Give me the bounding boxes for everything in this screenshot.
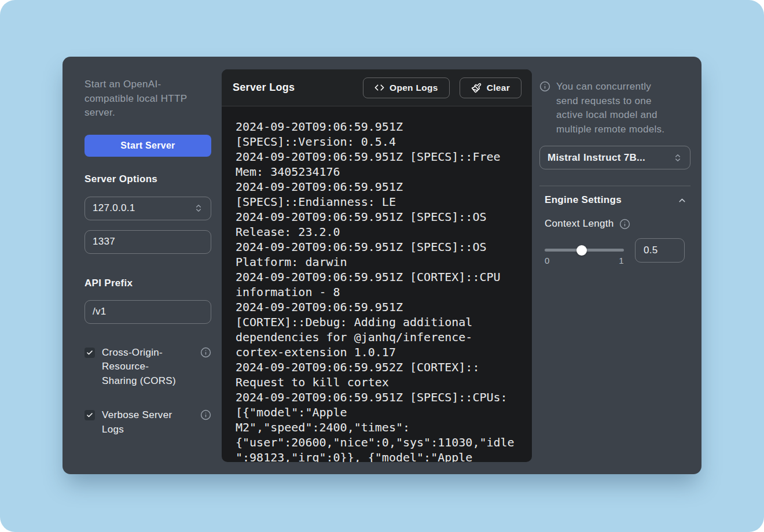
context-length-value: 0.5 [644,245,658,256]
context-length-slider-row: 0 1 0.5 [539,238,690,263]
chevrons-up-down-icon [194,204,203,213]
chevrons-up-down-icon [673,153,682,162]
concurrency-notice: You can concurrently send requests to on… [539,80,690,136]
engine-settings-heading: Engine Settings [545,194,622,206]
server-logs-title: Server Logs [233,82,295,94]
server-logs-panel: Server Logs Open Logs Clear 2024-09-20T0… [222,69,532,462]
server-options-heading: Server Options [85,173,211,185]
chevron-up-icon [677,195,687,205]
log-line: 2024-09-20T09:06:59.952Z [CORTEX]:: Requ… [236,360,518,390]
port-input[interactable]: 1337 [85,230,211,254]
context-length-row: Context Length [539,218,690,230]
port-input-value: 1337 [93,236,115,247]
log-line: 2024-09-20T09:06:59.951Z [CORTEX]::CPU i… [236,269,518,300]
log-line: 2024-09-20T09:06:59.951Z [SPECS]::OS Pla… [236,239,518,269]
server-logs-output[interactable]: 2024-09-20T09:06:59.951Z [SPECS]::Versio… [222,106,532,462]
slider-thumb[interactable] [576,245,587,256]
host-select[interactable]: 127.0.0.1 [85,197,211,220]
model-select[interactable]: Mistral Instruct 7B... [539,146,690,169]
info-icon[interactable] [619,219,630,230]
host-select-value: 127.0.0.1 [93,202,135,214]
cors-checkbox-row: Cross-Origin-Resource-Sharing (CORS) [85,346,211,389]
app-background: Start an OpenAI-compatible local HTTP se… [0,0,764,532]
server-config-sidebar: Start an OpenAI-compatible local HTTP se… [85,57,211,437]
divider [539,186,690,186]
clear-logs-label: Clear [487,83,510,93]
check-icon [86,412,93,419]
slider-max-label: 1 [619,256,624,265]
cors-checkbox-label: Cross-Origin-Resource-Sharing (CORS) [102,346,178,389]
concurrency-notice-text: You can concurrently send requests to on… [556,80,672,136]
open-logs-button[interactable]: Open Logs [363,77,450,98]
engine-settings-header[interactable]: Engine Settings [539,194,690,206]
log-line: 2024-09-20T09:06:59.951Z [SPECS]::Free M… [236,149,518,179]
log-line: 2024-09-20T09:06:59.951Z [SPECS]::OS Rel… [236,209,518,239]
api-prefix-input[interactable]: /v1 [85,300,211,324]
context-length-slider[interactable]: 0 1 [545,249,624,252]
paintbrush-icon [471,83,482,93]
open-logs-label: Open Logs [390,83,438,93]
api-prefix-heading: API Prefix [85,278,211,289]
log-line: 2024-09-20T09:06:59.951Z [SPECS]::Versio… [236,119,518,149]
server-logs-header: Server Logs Open Logs Clear [222,69,532,106]
local-server-panel: Start an OpenAI-compatible local HTTP se… [63,57,701,474]
log-line: 2024-09-20T09:06:59.951Z [CORTEX]::Debug… [236,300,518,360]
info-icon[interactable] [200,409,211,420]
verbose-logs-checkbox[interactable] [85,410,95,420]
info-icon[interactable] [200,347,211,358]
model-settings-sidebar: You can concurrently send requests to on… [539,57,690,263]
check-icon [86,349,93,356]
model-select-value: Mistral Instruct 7B... [548,152,645,164]
verbose-logs-checkbox-label: Verbose Server Logs [102,408,178,437]
verbose-checkbox-row: Verbose Server Logs [85,408,211,437]
cors-checkbox[interactable] [85,348,95,358]
log-line: 2024-09-20T09:06:59.951Z [SPECS]::CPUs: … [236,390,518,462]
start-server-button[interactable]: Start Server [85,135,211,157]
context-length-label: Context Length [545,218,614,230]
clear-logs-button[interactable]: Clear [460,77,521,98]
log-line: 2024-09-20T09:06:59.951Z [SPECS]::Endian… [236,179,518,209]
info-icon [539,81,550,92]
context-length-input[interactable]: 0.5 [635,238,685,263]
slider-min-label: 0 [545,256,550,265]
code-icon [374,83,384,93]
api-prefix-input-value: /v1 [93,306,106,317]
server-description: Start an OpenAI-compatible local HTTP se… [85,77,204,120]
